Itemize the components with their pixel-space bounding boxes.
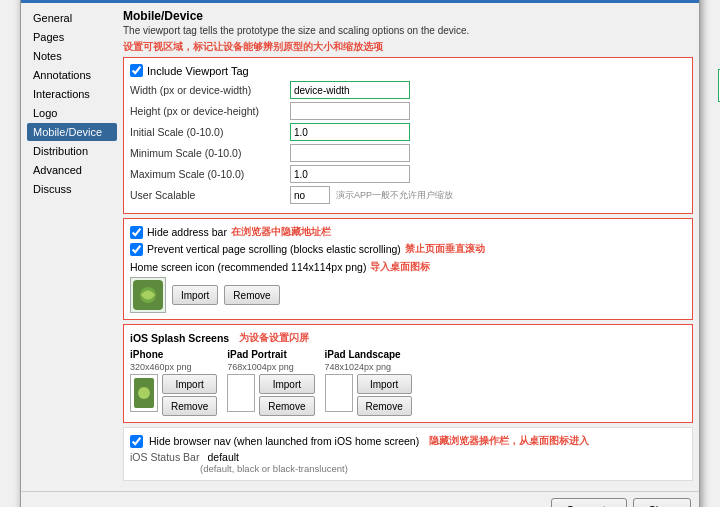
splash-iphone-btns: Import Remove [162,374,217,416]
sidebar-item-mobile-device[interactable]: Mobile/Device [27,123,117,141]
splash-section-label: iOS Splash Screens [130,332,229,344]
viewport-checkbox-label: Include Viewport Tag [147,65,249,77]
initial-scale-row: Initial Scale (0-10.0) [130,123,686,141]
splash-iphone-img [134,378,154,408]
splash-ipad-portrait-title: iPad Portrait [227,349,314,360]
splash-ipad-landscape-row: Import Remove [325,374,412,416]
sidebar-item-advanced[interactable]: Advanced [27,161,117,179]
sidebar-item-discuss[interactable]: Discuss [27,180,117,198]
import-ipad-portrait-button[interactable]: Import [259,374,314,394]
splash-section: iOS Splash Screens 为设备设置闪屏 iPhone 320x46… [123,324,693,423]
sidebar-item-interactions[interactable]: Interactions [27,85,117,103]
remove-iphone-button[interactable]: Remove [162,396,217,416]
user-scalable-label: User Scalable [130,189,290,201]
splash-header: iOS Splash Screens 为设备设置闪屏 [130,331,686,345]
remove-ipad-landscape-button[interactable]: Remove [357,396,412,416]
min-scale-input[interactable] [290,144,410,162]
hide-nav-row: Hide browser nav (when launched from iOS… [130,434,686,448]
svg-point-3 [138,387,150,399]
status-bar-line1: iOS Status Bar default [130,451,686,463]
prevent-scroll-row: Prevent vertical page scrolling (blocks … [130,242,686,256]
user-scalable-input[interactable] [290,186,330,204]
splash-ipad-landscape-preview [325,374,353,412]
splash-ipad-landscape-btns: Import Remove [357,374,412,416]
width-row: Width (px or device-width) [130,81,686,99]
hide-nav-checkbox[interactable] [130,435,143,448]
panel-title: Mobile/Device [123,9,693,23]
bottom-section: Hide browser nav (when launched from iOS… [123,427,693,481]
status-bar-label: iOS Status Bar [130,451,199,463]
splash-ipad-portrait-subtitle: 768x1004px png [227,362,314,372]
min-scale-row: Minimum Scale (0-10.0) [130,144,686,162]
height-label: Height (px or device-height) [130,105,290,117]
height-input[interactable] [290,102,410,120]
hide-bar-section: Hide address bar 在浏览器中隐藏地址栏 Prevent vert… [123,218,693,320]
remove-ipad-portrait-button[interactable]: Remove [259,396,314,416]
import-iphone-button[interactable]: Import [162,374,217,394]
sidebar-item-distribution[interactable]: Distribution [27,142,117,160]
initial-scale-input[interactable] [290,123,410,141]
home-icon-row: Import Remove [130,277,686,313]
sidebar: General Pages Notes Annotations Interact… [27,9,117,485]
sidebar-item-logo[interactable]: Logo [27,104,117,122]
home-icon-label: Home screen icon (recommended 114x114px … [130,261,366,273]
splash-iphone-row: Import Remove [130,374,217,416]
splash-ipad-landscape-subtitle: 748x1024px png [325,362,412,372]
splash-ipad-portrait-preview [227,374,255,412]
width-input[interactable] [290,81,410,99]
initial-scale-label: Initial Scale (0-10.0) [130,126,290,138]
min-scale-label: Minimum Scale (0-10.0) [130,147,290,159]
max-scale-input[interactable] [290,165,410,183]
width-label: Width (px or device-width) [130,84,290,96]
splash-ipad-portrait-btns: Import Remove [259,374,314,416]
import-ipad-landscape-button[interactable]: Import [357,374,412,394]
max-scale-row: Maximum Scale (0-10.0) [130,165,686,183]
splash-ipad-portrait: iPad Portrait 768x1004px png Import Remo… [227,349,314,416]
hide-address-checkbox[interactable] [130,226,143,239]
hide-nav-label: Hide browser nav (when launched from iOS… [149,435,419,447]
splash-annotation: 为设备设置闪屏 [239,331,309,345]
viewport-section: Include Viewport Tag Width (px or device… [123,57,693,214]
prevent-scroll-checkbox[interactable] [130,243,143,256]
hide-address-annotation: 在浏览器中隐藏地址栏 [231,225,331,239]
close-button-footer[interactable]: Close [633,498,691,507]
generate-button[interactable]: Generate [551,498,627,507]
viewport-checkbox[interactable] [130,64,143,77]
status-bar-value: default [207,451,239,463]
hide-address-label: Hide address bar [147,226,227,238]
footer: Generate Close [21,491,699,507]
import-icon-button[interactable]: Import [172,285,218,305]
panel-desc-cn: 设置可视区域，标记让设备能够辨别原型的大小和缩放选项 [123,40,693,54]
prevent-scroll-annotation: 禁止页面垂直滚动 [405,242,485,256]
splash-ipad-landscape: iPad Landscape 748x1024px png Import Rem… [325,349,412,416]
splash-iphone: iPhone 320x460px png [130,349,217,416]
home-icon-preview [130,277,166,313]
home-icon-annotation: 导入桌面图标 [370,260,430,274]
splash-ipad-portrait-row: Import Remove [227,374,314,416]
main-window: Generate Prototype ✕ General Pages Notes… [20,0,700,507]
splash-ipad-landscape-title: iPad Landscape [325,349,412,360]
prevent-scroll-label: Prevent vertical page scrolling (blocks … [147,243,401,255]
viewport-checkbox-row: Include Viewport Tag [130,64,686,77]
status-bar-row: iOS Status Bar default (default, black o… [130,451,686,474]
main-content: General Pages Notes Annotations Interact… [21,3,699,491]
home-icon-section: Home screen icon (recommended 114x114px … [130,260,686,313]
panel-content: Mobile/Device The viewport tag tells the… [123,9,693,485]
splash-iphone-preview [130,374,158,412]
sidebar-item-annotations[interactable]: Annotations [27,66,117,84]
splash-iphone-title: iPhone [130,349,217,360]
home-icon-header: Home screen icon (recommended 114x114px … [130,260,686,274]
splash-grid: iPhone 320x460px png [130,349,686,416]
height-row: Height (px or device-height) [130,102,686,120]
remove-icon-button[interactable]: Remove [224,285,279,305]
main-panel: Mobile/Device The viewport tag tells the… [123,9,693,485]
splash-iphone-subtitle: 320x460px png [130,362,217,372]
sidebar-item-notes[interactable]: Notes [27,47,117,65]
sidebar-item-pages[interactable]: Pages [27,28,117,46]
max-scale-label: Maximum Scale (0-10.0) [130,168,290,180]
sidebar-item-general[interactable]: General [27,9,117,27]
status-bar-hint: (default, black or black-translucent) [130,463,686,474]
panel-desc: The viewport tag tells the prototype the… [123,25,693,36]
hide-address-row: Hide address bar 在浏览器中隐藏地址栏 [130,225,686,239]
user-scalable-hint: 演示APP一般不允许用户缩放 [336,189,453,202]
